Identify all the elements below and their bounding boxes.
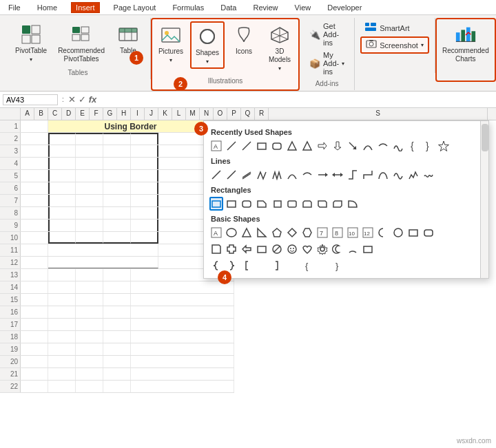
cell-c22[interactable] — [76, 381, 103, 392]
cell-e17[interactable] — [131, 319, 234, 330]
rect-basic-selected[interactable] — [209, 197, 223, 211]
line-squiggle2[interactable] — [391, 168, 405, 182]
cell-b22[interactable] — [48, 381, 76, 392]
line-curve4[interactable] — [300, 168, 314, 182]
cell-a14[interactable] — [21, 281, 48, 293]
cell-b6[interactable] — [48, 182, 76, 194]
cell-a13[interactable] — [21, 269, 48, 281]
rect-double-snip[interactable] — [300, 197, 314, 211]
cell-e10[interactable] — [131, 232, 158, 244]
screenshot-button[interactable]: Screenshot ▾ — [360, 36, 429, 54]
cell-d10[interactable] — [103, 232, 131, 244]
shape-triangle2[interactable] — [300, 139, 314, 153]
cell-b16[interactable] — [48, 306, 76, 318]
line-freeform[interactable] — [406, 168, 420, 182]
bs-circle2[interactable] — [391, 226, 405, 239]
cell-a7[interactable] — [21, 195, 48, 206]
shape-arrow-down[interactable] — [331, 139, 344, 153]
cell-c20[interactable] — [76, 356, 103, 367]
cell-a6[interactable] — [21, 182, 48, 194]
bs-fold[interactable] — [209, 242, 223, 256]
cell-e22[interactable] — [131, 381, 234, 392]
icons-button[interactable]: Icons — [227, 21, 260, 58]
cell-e7[interactable] — [131, 195, 158, 206]
cell-e14[interactable] — [131, 281, 234, 293]
bs-10[interactable]: 10 — [346, 226, 360, 239]
bs-rtri[interactable] — [255, 226, 269, 239]
cell-d3[interactable] — [103, 145, 131, 157]
bs-brace2l[interactable]: { — [300, 259, 314, 273]
bs-12[interactable]: 12 — [361, 226, 375, 239]
cell-a16[interactable] — [21, 306, 48, 318]
cell-c6[interactable] — [76, 182, 103, 194]
bs-arc[interactable] — [346, 242, 360, 256]
cell-b14[interactable] — [48, 281, 76, 293]
cell-wide-11[interactable] — [48, 244, 158, 256]
shape-curve2[interactable] — [376, 139, 390, 153]
bs-round-rect[interactable] — [422, 226, 435, 239]
bs-bracket-r[interactable] — [270, 259, 284, 273]
line-straight2[interactable] — [225, 168, 238, 182]
shape-arrow-right[interactable] — [316, 139, 329, 153]
menu-developer[interactable]: Developer — [324, 2, 364, 13]
cell-d17[interactable] — [103, 319, 131, 330]
cell-b17[interactable] — [48, 319, 76, 330]
cell-a21[interactable] — [21, 368, 48, 380]
cell-e4[interactable] — [131, 158, 158, 169]
shape-bracket-r[interactable]: } — [422, 139, 435, 153]
cell-e21[interactable] — [131, 368, 234, 380]
cell-c3[interactable] — [76, 145, 103, 157]
bs-heart[interactable] — [300, 242, 314, 256]
cell-b13[interactable] — [48, 269, 76, 281]
line-elbow[interactable] — [346, 168, 360, 182]
cell-a11[interactable] — [21, 244, 48, 256]
shape-curve1[interactable] — [361, 139, 375, 153]
bs-bracket-l[interactable] — [240, 259, 254, 273]
cell-a5[interactable] — [21, 170, 48, 182]
line-straight[interactable] — [209, 168, 223, 182]
cell-c4[interactable] — [76, 158, 103, 169]
menu-page-layout[interactable]: Page Layout — [111, 2, 159, 13]
rect-round-snip[interactable] — [346, 197, 360, 211]
dropdown-scrollbar[interactable] — [480, 121, 488, 278]
cell-a4[interactable] — [21, 158, 48, 169]
cell-a15[interactable] — [21, 294, 48, 306]
bs-smiley[interactable] — [285, 242, 299, 256]
cell-c8[interactable] — [76, 207, 103, 219]
shape-rect1[interactable] — [255, 139, 269, 153]
menu-view[interactable]: View — [292, 2, 314, 13]
cell-e18[interactable] — [131, 331, 234, 343]
bs-tri[interactable] — [240, 226, 254, 239]
shapes-button[interactable]: Shapes ▾ — [190, 21, 225, 69]
my-addins-button[interactable]: 📦 My Add-ins ▾ — [305, 50, 349, 77]
recommended-charts-button[interactable]: RecommendedCharts — [438, 21, 493, 66]
bs-empty[interactable] — [255, 259, 269, 273]
cell-d7[interactable] — [103, 195, 131, 206]
cell-d16[interactable] — [103, 306, 131, 318]
bs-crescent[interactable] — [376, 226, 390, 239]
confirm-icon[interactable]: ✓ — [79, 94, 86, 105]
bs-brace2r[interactable]: } — [331, 259, 344, 273]
cell-c10[interactable] — [76, 232, 103, 244]
cancel-icon[interactable]: ✕ — [68, 94, 76, 105]
cell-a19[interactable] — [21, 343, 48, 355]
bs-gear[interactable] — [316, 242, 329, 256]
cell-b8[interactable] — [48, 207, 76, 219]
shape-bracket-l[interactable]: { — [406, 139, 420, 153]
bs-cross[interactable] — [225, 242, 238, 256]
cell-b7[interactable] — [48, 195, 76, 206]
cell-e19[interactable] — [131, 343, 234, 355]
cell-a22[interactable] — [21, 381, 48, 392]
fx-icon[interactable]: fx — [89, 94, 97, 105]
bs-empty3[interactable] — [316, 259, 329, 273]
cell-wide-12[interactable] — [48, 257, 158, 268]
cell-d6[interactable] — [103, 182, 131, 194]
rect-rounded[interactable] — [240, 197, 254, 211]
line-arrow2[interactable] — [331, 168, 344, 182]
cell-e9[interactable] — [131, 220, 158, 231]
cell-c5[interactable] — [76, 170, 103, 182]
recommended-pivot-button[interactable]: RecommendedPivotTables — [54, 21, 109, 66]
cell-d5[interactable] — [103, 170, 131, 182]
bs-7[interactable]: 7 — [316, 226, 329, 239]
rect-mix-snip[interactable] — [331, 197, 344, 211]
